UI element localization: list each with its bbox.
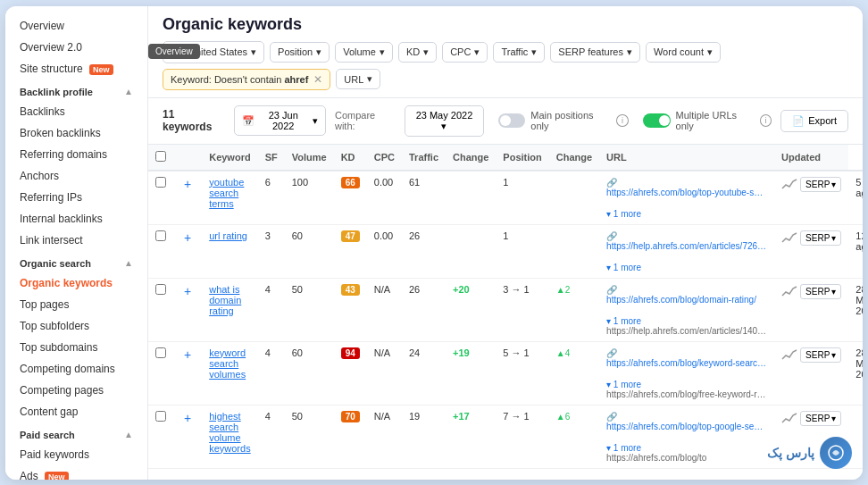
keyword-link[interactable]: highest search volume keywords (209, 411, 250, 454)
mini-chart-icon[interactable] (781, 348, 797, 361)
row-checkbox[interactable] (155, 284, 166, 295)
chevron-down-icon-serp-btn: ▾ (831, 350, 836, 360)
add-keyword-btn[interactable]: + (180, 177, 195, 191)
row-actions: SERP ▾ (774, 171, 848, 225)
sidebar-section-paid[interactable]: Paid search ▲ (5, 422, 147, 444)
add-keyword-btn[interactable]: + (180, 284, 195, 298)
sidebar-item-ads[interactable]: Ads New (5, 465, 147, 480)
url-more-link[interactable]: ▾ 1 more (606, 209, 641, 219)
active-filter-row: Keyword: Doesn't contain ahref ✕ URL ▾ (163, 69, 848, 90)
sidebar-item-organic-keywords[interactable]: Organic keywords (5, 272, 147, 294)
col-url[interactable]: URL (599, 145, 774, 171)
sidebar-item-top-subdomains[interactable]: Top subdomains (5, 337, 147, 358)
sidebar-item-referring-domains[interactable]: Referring domains (5, 144, 147, 165)
sidebar-item-site-structure[interactable]: Site structure New (5, 58, 147, 79)
col-keyword[interactable]: Keyword (202, 145, 257, 171)
col-volume[interactable]: Volume (285, 145, 334, 171)
change-cell: +19 (446, 341, 496, 405)
col-traffic[interactable]: Traffic (402, 145, 446, 171)
sidebar-item-competing-pages[interactable]: Competing pages (5, 380, 147, 401)
volume-filter[interactable]: Volume ▾ (335, 42, 393, 63)
sidebar-item-backlinks[interactable]: Backlinks (5, 101, 147, 122)
info-icon-multi-url[interactable]: i (760, 114, 772, 127)
position-filter[interactable]: Position ▾ (270, 42, 330, 63)
col-sf[interactable]: SF (258, 145, 285, 171)
sidebar: Overview Overview 2.0 Site structure New… (5, 6, 148, 480)
row-checkbox[interactable] (155, 411, 166, 422)
serp-button[interactable]: SERP ▾ (800, 177, 841, 192)
url-more-link[interactable]: ▾ 1 more (606, 380, 641, 389)
sidebar-item-top-pages[interactable]: Top pages (5, 294, 147, 315)
col-position[interactable]: Position (496, 145, 548, 171)
cpc-label: CPC (450, 46, 471, 57)
watermark-text: پارس پک (767, 446, 814, 460)
col-cpc[interactable]: CPC (367, 145, 402, 171)
col-kd[interactable]: KD (334, 145, 367, 171)
url-more-link[interactable]: ▾ 1 more (606, 316, 641, 326)
mini-chart-icon[interactable] (781, 412, 797, 424)
cpc-filter[interactable]: CPC ▾ (442, 42, 488, 63)
sidebar-item-paid-keywords[interactable]: Paid keywords (5, 444, 147, 465)
sidebar-item-top-subfolders[interactable]: Top subfolders (5, 315, 147, 337)
mini-chart-icon[interactable] (781, 231, 797, 244)
sidebar-item-internal-backlinks[interactable]: Internal backlinks (5, 208, 147, 230)
row-checkbox[interactable] (155, 177, 166, 188)
sidebar-item-overview2[interactable]: Overview 2.0 (5, 37, 147, 58)
keyword-link[interactable]: youtube search terms (209, 177, 244, 209)
row-checkbox[interactable] (155, 230, 166, 241)
add-keyword-btn[interactable]: + (180, 411, 195, 425)
url-secondary-link[interactable]: https://help.ahrefs.com/en/articles/1409… (606, 326, 767, 336)
traffic-filter[interactable]: Traffic ▾ (493, 42, 545, 63)
col-change[interactable]: Change (446, 145, 496, 171)
url-secondary-link[interactable]: https://ahrefs.com/blog/to (606, 453, 767, 463)
url-link[interactable]: https://ahrefs.com/blog/top-youtube-sear… (606, 188, 767, 197)
main-positions-toggle[interactable] (498, 113, 526, 128)
sidebar-item-content-gap[interactable]: Content gap (5, 401, 147, 422)
sidebar-item-competing-domains[interactable]: Competing domains (5, 358, 147, 380)
row-checkbox[interactable] (155, 347, 166, 358)
url-filter[interactable]: URL ▾ (336, 69, 380, 89)
select-all-checkbox[interactable] (155, 151, 166, 162)
export-button[interactable]: 📄 Export (780, 110, 848, 132)
serp-button[interactable]: SERP ▾ (800, 347, 841, 363)
url-more-link[interactable]: ▾ 1 more (606, 443, 641, 453)
sidebar-item-anchors[interactable]: Anchors (5, 165, 147, 187)
url-link[interactable]: https://ahrefs.com/blog/domain-rating/ (606, 295, 767, 305)
url-link[interactable]: https://help.ahrefs.com/en/articles/7265… (606, 241, 767, 251)
sidebar-item-broken-backlinks[interactable]: Broken backlinks (5, 122, 147, 144)
serp-button[interactable]: SERP ▾ (800, 411, 841, 426)
keyword-link[interactable]: what is domain rating (209, 284, 241, 316)
add-keyword-btn[interactable]: + (180, 347, 195, 362)
mini-chart-icon[interactable] (781, 285, 797, 297)
col-updated[interactable]: Updated (774, 145, 848, 171)
mini-chart-icon[interactable] (781, 178, 797, 190)
kd-filter[interactable]: KD ▾ (398, 42, 437, 63)
add-keyword-btn[interactable]: + (180, 230, 195, 245)
sidebar-item-referring-ips[interactable]: Referring IPs (5, 187, 147, 208)
url-link[interactable]: https://ahrefs.com/blog/keyword-search-v… (606, 358, 767, 368)
table-body: +youtube search terms6100660.00611🔗 http… (148, 171, 863, 469)
date-picker[interactable]: 📅 23 Jun 2022 ▾ (234, 105, 326, 136)
serp-button[interactable]: SERP ▾ (800, 284, 841, 299)
url-cell: 🔗 https://ahrefs.com/blog/top-youtube-se… (599, 171, 774, 225)
toggle-knob (500, 115, 511, 126)
url-secondary-link[interactable]: https://ahrefs.com/blog/free-keyword-res… (606, 389, 767, 399)
change-value: +17 (453, 411, 470, 422)
url-link[interactable]: https://ahrefs.com/blog/top-google-searc… (606, 422, 767, 431)
keyword-link[interactable]: url rating (209, 230, 247, 241)
serp-button[interactable]: SERP ▾ (800, 230, 841, 246)
keyword-link[interactable]: keyword search volumes (209, 347, 246, 380)
chevron-up-icon-organic: ▲ (124, 258, 133, 268)
sidebar-item-overview[interactable]: Overview (5, 15, 147, 37)
sidebar-item-link-intersect[interactable]: Link intersect (5, 230, 147, 251)
word-count-filter[interactable]: Word count ▾ (646, 42, 721, 63)
compare-date-picker[interactable]: 23 May 2022 ▾ (405, 105, 483, 137)
multiple-urls-toggle[interactable] (643, 113, 671, 128)
info-icon-main-pos[interactable]: i (616, 114, 629, 127)
url-more-link[interactable]: ▾ 1 more (606, 263, 641, 272)
serp-features-filter[interactable]: SERP features ▾ (550, 42, 640, 63)
close-filter-icon[interactable]: ✕ (313, 73, 322, 86)
sidebar-section-backlink[interactable]: Backlink profile ▲ (5, 79, 147, 101)
col-position-change[interactable]: Change (549, 145, 599, 171)
sidebar-section-organic[interactable]: Organic search ▲ (5, 251, 147, 272)
